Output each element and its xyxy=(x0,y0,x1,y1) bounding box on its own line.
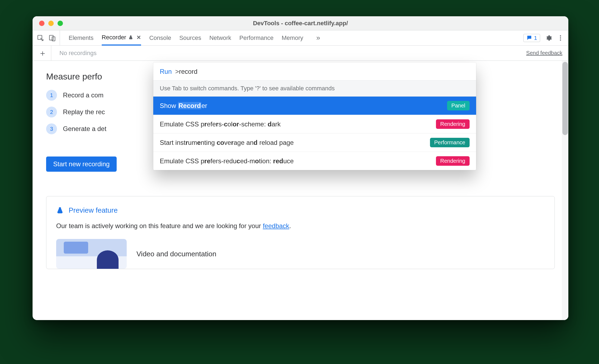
traffic-lights xyxy=(33,21,63,26)
tab-label: Performance xyxy=(239,34,273,41)
tab-performance[interactable]: Performance xyxy=(239,30,273,45)
palette-item[interactable]: Show RecorderPanel xyxy=(153,97,476,115)
prompt-prefix: > xyxy=(174,68,179,75)
window-title: DevTools - coffee-cart.netlify.app/ xyxy=(33,20,568,27)
palette-item[interactable]: Start instrumenting coverage and reload … xyxy=(153,133,476,152)
svg-point-3 xyxy=(560,35,561,36)
preview-media-row: Video and documentation xyxy=(56,239,545,269)
palette-item-badge: Panel xyxy=(447,101,470,110)
media-title: Video and documentation xyxy=(136,250,216,258)
overflow-tabs-icon[interactable]: » xyxy=(311,34,325,42)
titlebar: DevTools - coffee-cart.netlify.app/ xyxy=(33,16,568,30)
feedback-link[interactable]: feedback xyxy=(263,222,289,229)
messages-badge[interactable]: 1 xyxy=(523,34,540,42)
kebab-icon[interactable] xyxy=(557,34,564,41)
tab-label: Console xyxy=(149,34,171,41)
tab-label: Memory xyxy=(282,34,303,41)
palette-item-badge: Performance xyxy=(430,138,470,147)
tab-label: Network xyxy=(209,34,231,41)
messages-count: 1 xyxy=(534,35,537,41)
inspect-icon[interactable] xyxy=(37,34,44,41)
svg-rect-1 xyxy=(49,35,53,40)
window-minimize-icon[interactable] xyxy=(48,21,54,26)
gear-icon[interactable] xyxy=(545,34,552,41)
video-thumbnail[interactable] xyxy=(56,239,127,269)
scrollbar[interactable] xyxy=(562,61,568,320)
tab-label: Elements xyxy=(69,34,94,41)
step-badge: 1 xyxy=(46,90,57,101)
tab-elements[interactable]: Elements xyxy=(69,30,94,45)
window-close-icon[interactable] xyxy=(39,21,44,26)
palette-item-label: Emulate CSS prefers-color-scheme: dark xyxy=(160,120,281,128)
preview-desc-text: Our team is actively working on this fea… xyxy=(56,222,263,229)
recordings-dropdown[interactable]: No recordings xyxy=(56,50,97,57)
toolbar-right: 1 xyxy=(523,34,566,42)
flask-icon xyxy=(56,207,64,214)
tab-recorder[interactable]: Recorder ✕ xyxy=(102,31,141,46)
tab-network[interactable]: Network xyxy=(209,30,231,45)
step-label: Record a com xyxy=(63,91,103,99)
preview-desc-after: . xyxy=(289,222,291,229)
send-feedback-link[interactable]: Send feedback xyxy=(526,50,562,56)
tab-label: Recorder xyxy=(102,34,126,41)
close-icon[interactable]: ✕ xyxy=(135,34,141,41)
step-label: Generate a det xyxy=(63,125,106,133)
command-palette: Run >record Use Tab to switch commands. … xyxy=(153,62,476,170)
palette-input[interactable]: Run >record xyxy=(153,62,476,80)
tab-memory[interactable]: Memory xyxy=(282,30,303,45)
preview-feature-box: Preview feature Our team is actively wor… xyxy=(46,196,555,269)
palette-query: record xyxy=(179,68,197,75)
tab-label: Sources xyxy=(179,34,201,41)
preview-title: Preview feature xyxy=(69,206,118,215)
preview-description: Our team is actively working on this fea… xyxy=(56,221,545,231)
preview-header: Preview feature xyxy=(56,206,545,215)
tab-strip: Elements Recorder ✕ Console Sources Netw… xyxy=(62,30,521,45)
palette-item-label: Start instrumenting coverage and reload … xyxy=(160,139,294,146)
step-label: Replay the rec xyxy=(63,108,105,116)
message-icon xyxy=(526,35,532,41)
palette-hint: Use Tab to switch commands. Type '?' to … xyxy=(153,80,476,97)
palette-item-badge: Rendering xyxy=(436,156,470,166)
recorder-bar: ＋ No recordings Send feedback xyxy=(33,46,568,61)
svg-point-5 xyxy=(560,39,561,40)
palette-item-label: Emulate CSS prefers-reduced-motion: redu… xyxy=(160,157,294,165)
step-badge: 3 xyxy=(46,123,57,134)
scrollbar-thumb[interactable] xyxy=(562,62,568,135)
step-badge: 2 xyxy=(46,107,57,117)
palette-items: Show RecorderPanelEmulate CSS prefers-co… xyxy=(153,97,476,170)
device-toggle-icon[interactable] xyxy=(49,34,56,41)
add-recording-icon[interactable]: ＋ xyxy=(39,46,51,61)
devtools-window: DevTools - coffee-cart.netlify.app/ Elem… xyxy=(33,16,568,320)
svg-point-4 xyxy=(560,37,561,38)
flask-icon xyxy=(128,35,133,40)
tab-sources[interactable]: Sources xyxy=(179,30,201,45)
palette-item[interactable]: Emulate CSS prefers-reduced-motion: redu… xyxy=(153,152,476,170)
palette-item-label: Show Recorder xyxy=(160,102,207,110)
start-recording-button[interactable]: Start new recording xyxy=(46,157,117,172)
inspect-tools xyxy=(35,30,60,45)
toolbar: Elements Recorder ✕ Console Sources Netw… xyxy=(33,30,568,46)
palette-item[interactable]: Emulate CSS prefers-color-scheme: darkRe… xyxy=(153,115,476,133)
tab-console[interactable]: Console xyxy=(149,30,171,45)
palette-item-badge: Rendering xyxy=(436,119,470,129)
window-maximize-icon[interactable] xyxy=(58,21,63,26)
run-label: Run xyxy=(160,68,172,75)
